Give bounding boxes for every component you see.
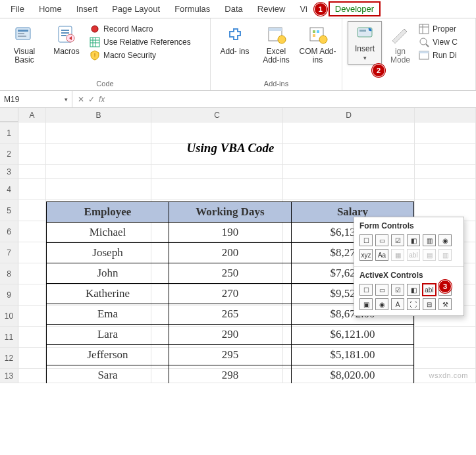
row-header[interactable]: 6: [0, 221, 18, 242]
control-icon[interactable]: ◉: [438, 234, 452, 246]
control-icon[interactable]: abl: [423, 284, 436, 296]
row-header[interactable]: 13: [0, 369, 18, 383]
control-icon[interactable]: ▥: [438, 249, 452, 261]
cell[interactable]: [18, 179, 46, 200]
control-icon[interactable]: xyz: [359, 249, 373, 261]
col-header-rest[interactable]: [415, 108, 476, 122]
cell[interactable]: [46, 179, 151, 200]
visual-basic-button[interactable]: Visual Basic: [5, 21, 43, 65]
tab-page-layout[interactable]: Page Layout: [105, 1, 167, 16]
control-icon[interactable]: ⊟: [423, 298, 436, 310]
cell[interactable]: [415, 348, 476, 368]
row-header[interactable]: 11: [0, 327, 18, 347]
tab-formulas[interactable]: Formulas: [168, 1, 217, 16]
run-dialog-button[interactable]: Run Di: [419, 50, 458, 61]
row-header[interactable]: 3: [0, 165, 18, 178]
cell[interactable]: [283, 179, 415, 200]
row-header[interactable]: 8: [0, 263, 18, 284]
cell[interactable]: [283, 122, 415, 143]
control-icon[interactable]: ☑: [391, 284, 404, 296]
select-all-triangle[interactable]: [0, 108, 18, 122]
cell[interactable]: [415, 179, 476, 200]
cell[interactable]: [151, 122, 283, 143]
cell[interactable]: [415, 165, 476, 178]
row-header[interactable]: 1: [0, 122, 18, 143]
cell[interactable]: [18, 242, 46, 263]
enter-formula-icon[interactable]: ✓: [88, 95, 95, 104]
cell[interactable]: [18, 369, 46, 383]
cell[interactable]: [46, 144, 151, 164]
record-macro-button[interactable]: Record Macro: [90, 24, 191, 34]
cell[interactable]: [151, 165, 283, 178]
use-relative-refs-button[interactable]: Use Relative References: [90, 37, 191, 47]
control-icon[interactable]: ▭: [375, 234, 388, 246]
row-header[interactable]: 7: [0, 242, 18, 263]
control-icon[interactable]: ◉: [375, 298, 388, 310]
control-icon[interactable]: ▭: [375, 284, 388, 296]
control-icon[interactable]: ▦: [391, 249, 404, 261]
row-header[interactable]: 10: [0, 306, 18, 326]
control-icon[interactable]: ☑: [391, 234, 404, 246]
name-box[interactable]: M19 ▾: [0, 91, 72, 107]
cell[interactable]: [46, 165, 151, 178]
cell[interactable]: [415, 122, 476, 143]
control-icon[interactable]: ◧: [407, 284, 420, 296]
control-icon[interactable]: ☐: [359, 234, 373, 246]
control-icon[interactable]: ☐: [359, 284, 373, 296]
tab-home[interactable]: Home: [32, 1, 68, 16]
tab-file[interactable]: File: [4, 1, 31, 16]
tab-review[interactable]: Review: [251, 1, 292, 16]
col-header-b[interactable]: B: [46, 108, 151, 122]
cell[interactable]: [18, 263, 46, 284]
col-header-a[interactable]: A: [18, 108, 46, 122]
control-icon[interactable]: ▤: [423, 249, 436, 261]
cell[interactable]: [18, 327, 46, 347]
row-header[interactable]: 9: [0, 284, 18, 305]
cell[interactable]: [283, 165, 415, 178]
control-icon[interactable]: ▥: [423, 234, 436, 246]
cell[interactable]: [18, 284, 46, 305]
cell[interactable]: [283, 144, 415, 164]
cell[interactable]: [46, 122, 151, 143]
com-addins-button[interactable]: COM Add-ins: [299, 21, 336, 65]
tab-insert[interactable]: Insert: [70, 1, 105, 16]
design-mode-button[interactable]: ign Mode: [386, 21, 415, 65]
macros-button[interactable]: Macros: [47, 21, 86, 56]
cell[interactable]: [18, 144, 46, 164]
chevron-down-icon[interactable]: ▾: [65, 96, 68, 103]
control-icon[interactable]: ◧: [407, 234, 420, 246]
row-header[interactable]: 5: [0, 200, 18, 221]
row-header[interactable]: 4: [0, 179, 18, 200]
control-icon[interactable]: abl: [407, 249, 420, 261]
cell[interactable]: [18, 122, 46, 143]
control-icon[interactable]: ▣: [359, 298, 373, 310]
row-header[interactable]: 2: [0, 144, 18, 164]
cell[interactable]: [18, 348, 46, 368]
fx-icon[interactable]: fx: [99, 95, 105, 104]
tab-view-cut[interactable]: Vi: [293, 1, 313, 16]
tab-data[interactable]: Data: [218, 1, 249, 16]
cell[interactable]: [415, 144, 476, 164]
cell[interactable]: [18, 221, 46, 242]
cell[interactable]: [18, 165, 46, 178]
control-icon[interactable]: ⛶: [407, 298, 420, 310]
worksheet[interactable]: 12345678910111213 Using VBA Code Employe…: [0, 122, 476, 383]
cancel-formula-icon[interactable]: ✕: [78, 95, 84, 104]
col-header-c[interactable]: C: [151, 108, 283, 122]
col-header-d[interactable]: D: [283, 108, 415, 122]
control-icon[interactable]: ⚒: [438, 298, 452, 310]
cell[interactable]: [18, 306, 46, 326]
cell[interactable]: [18, 200, 46, 221]
control-icon[interactable]: Aa: [375, 249, 388, 261]
addins-button[interactable]: Add- ins: [216, 21, 253, 56]
cell[interactable]: [415, 327, 476, 347]
macro-security-button[interactable]: ! Macro Security: [90, 50, 191, 61]
insert-controls-button[interactable]: Insert ▾ 2: [348, 21, 382, 65]
tab-developer[interactable]: Developer: [329, 1, 381, 16]
cell[interactable]: [151, 179, 283, 200]
row-header[interactable]: 12: [0, 348, 18, 368]
view-code-button[interactable]: View C: [419, 37, 458, 47]
control-icon[interactable]: A: [391, 298, 404, 310]
cell[interactable]: [151, 144, 283, 164]
excel-addins-button[interactable]: Excel Add-ins: [257, 21, 295, 65]
